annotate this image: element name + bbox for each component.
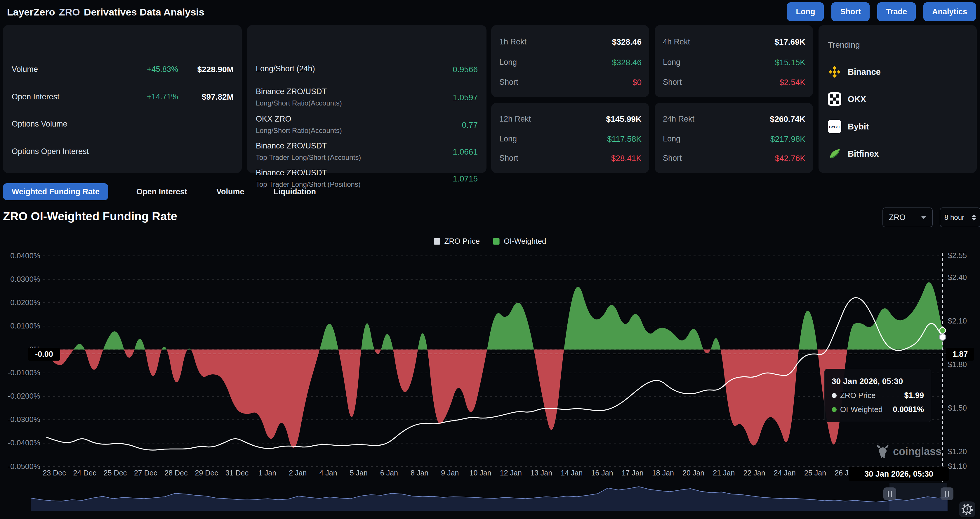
y-axis-tick-right: $2.55 (948, 251, 979, 260)
y-axis-tick-right: $1.20 (948, 447, 979, 456)
tooltip-title: 30 Jan 2026, 05:30 (832, 377, 924, 386)
dashboard: LayerZero ZRO Derivatives Data Analysis … (0, 0, 980, 519)
gear-icon (961, 503, 974, 516)
crosshair-price-badge: 1.87 (946, 348, 974, 361)
chart-settings-button[interactable] (959, 501, 975, 517)
y-axis-tick-left: -0.0400% (2, 438, 40, 447)
funding-rate-chart[interactable] (0, 0, 980, 519)
zro-price-dot-icon (832, 393, 837, 398)
coinglass-text: coinglass (893, 446, 942, 458)
y-axis-tick-right: $2.40 (948, 273, 979, 282)
oi-weighted-dot-icon (832, 407, 837, 412)
y-axis-tick-right: $2.10 (948, 316, 979, 326)
y-axis-tick-left: 0.0100% (2, 321, 40, 331)
y-axis-tick-left: -0.0500% (2, 462, 40, 471)
y-axis-tick-left: -0.0300% (2, 415, 40, 424)
coinglass-bull-icon (876, 445, 889, 458)
y-axis-tick-left: 0.0300% (2, 275, 40, 284)
navigator-handle-left[interactable] (883, 487, 896, 500)
crosshair-funding-badge: -0.00 (28, 348, 60, 361)
tooltip-label: OI-Weighted (840, 405, 883, 414)
chart-tooltip: 30 Jan 2026, 05:30 ZRO Price $1.99 OI-We… (824, 369, 931, 422)
y-axis-tick-left: -0.0200% (2, 391, 40, 401)
tooltip-value: 0.0081% (892, 405, 924, 414)
y-axis-tick-left: 0.0400% (2, 251, 40, 260)
navigator-handle-right[interactable] (940, 487, 953, 500)
tooltip-row: ZRO Price $1.99 (832, 391, 924, 400)
crosshair-date-badge: 30 Jan 2026, 05:30 (849, 467, 949, 481)
y-axis-tick-left: -0.0100% (2, 368, 40, 377)
tooltip-value: $1.99 (904, 391, 924, 400)
tooltip-row: OI-Weighted 0.0081% (832, 405, 924, 414)
y-axis-tick-right: $1.10 (948, 462, 979, 471)
coinglass-watermark: coinglass (876, 445, 942, 458)
tooltip-label: ZRO Price (840, 391, 875, 400)
y-axis-tick-right: $1.80 (948, 360, 979, 369)
y-axis-tick-right: $1.50 (948, 404, 979, 413)
y-axis-tick-left: 0.0200% (2, 298, 40, 307)
